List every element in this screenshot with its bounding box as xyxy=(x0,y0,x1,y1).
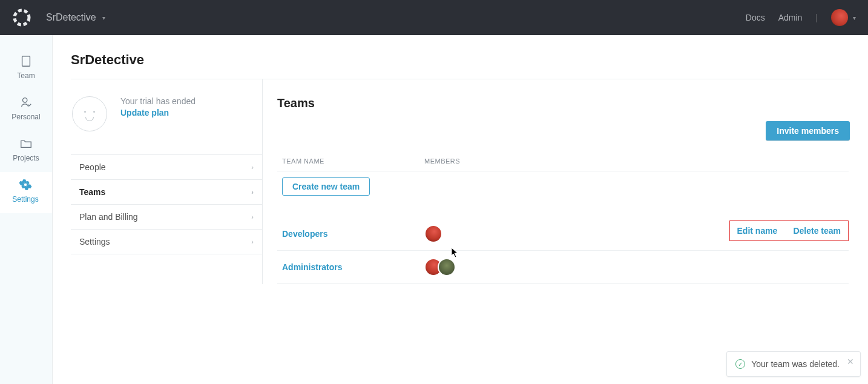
members-cell xyxy=(424,258,451,276)
update-plan-link[interactable]: Update plan xyxy=(120,108,196,118)
page-title: SrDetective xyxy=(71,52,850,68)
close-icon[interactable]: ✕ xyxy=(847,357,854,366)
sidebar-item-settings[interactable]: Settings xyxy=(0,172,52,213)
sidebar: Team Personal Projects Settings xyxy=(0,35,53,384)
right-panel: Teams Invite members TEAM NAME MEMBERS C… xyxy=(263,79,850,284)
check-circle-icon: ✓ xyxy=(735,359,745,369)
avatar xyxy=(438,258,456,276)
topbar: SrDetective ▾ Docs Admin | ▾ xyxy=(0,0,868,35)
docs-link[interactable]: Docs xyxy=(746,13,765,22)
logo-icon xyxy=(12,8,31,27)
sidebar-label: Projects xyxy=(13,154,39,162)
subnav-item-plan[interactable]: Plan and Billing › xyxy=(71,205,262,230)
sad-face-icon xyxy=(72,96,107,131)
delete-team-link[interactable]: Delete team xyxy=(793,226,841,236)
sidebar-item-projects[interactable]: Projects xyxy=(0,131,52,172)
sidebar-label: Settings xyxy=(12,195,38,204)
edit-name-link[interactable]: Edit name xyxy=(737,226,778,236)
subnav-label: People xyxy=(79,162,106,172)
subnav-item-teams[interactable]: Teams › xyxy=(71,180,262,205)
svg-point-7 xyxy=(24,183,27,187)
org-switcher[interactable]: SrDetective ▾ xyxy=(46,12,105,23)
chevron-down-icon: ▾ xyxy=(102,15,105,21)
svg-rect-1 xyxy=(22,56,30,67)
chevron-right-icon: › xyxy=(251,213,254,220)
team-row: Developers Edit name Delete team xyxy=(277,217,849,251)
teams-title: Teams xyxy=(277,96,850,110)
column-header-name: TEAM NAME xyxy=(282,157,424,165)
toast-message: Your team was deleted. xyxy=(751,359,840,369)
user-menu[interactable]: ▾ xyxy=(831,9,856,26)
content-area: SrDetective Your trial has ended Update … xyxy=(53,35,868,384)
chevron-right-icon: › xyxy=(251,188,254,196)
team-link-administrators[interactable]: Administrators xyxy=(282,262,424,272)
subnav-item-people[interactable]: People › xyxy=(71,155,262,180)
avatar xyxy=(424,225,442,243)
sidebar-label: Team xyxy=(17,71,35,80)
members-cell xyxy=(424,225,438,243)
sidebar-label: Personal xyxy=(12,113,40,121)
trial-banner: Your trial has ended Update plan xyxy=(71,96,262,154)
create-team-button[interactable]: Create new team xyxy=(282,177,370,196)
settings-subnav: People › Teams › Plan and Billing › Sett… xyxy=(71,154,262,254)
sidebar-item-team[interactable]: Team xyxy=(0,48,52,90)
divider: | xyxy=(815,13,818,22)
row-actions: Edit name Delete team xyxy=(729,220,849,241)
subnav-item-settings[interactable]: Settings › xyxy=(71,230,262,254)
sidebar-item-personal[interactable]: Personal xyxy=(0,90,52,131)
toast-notification: ✓ Your team was deleted. ✕ xyxy=(726,351,861,377)
org-name: SrDetective xyxy=(46,12,96,23)
table-header: TEAM NAME MEMBERS xyxy=(277,157,849,171)
subnav-label: Teams xyxy=(79,187,105,197)
trial-message: Your trial has ended xyxy=(120,96,196,106)
team-link-developers[interactable]: Developers xyxy=(282,229,424,239)
chevron-right-icon: › xyxy=(251,164,254,171)
chevron-right-icon: › xyxy=(251,238,254,245)
subnav-label: Plan and Billing xyxy=(79,212,138,222)
teams-table: TEAM NAME MEMBERS Create new team Develo… xyxy=(277,157,849,284)
left-panel: Your trial has ended Update plan People … xyxy=(71,79,263,284)
avatar xyxy=(831,9,848,26)
svg-point-6 xyxy=(23,98,27,102)
team-row: Administrators xyxy=(277,251,849,284)
admin-link[interactable]: Admin xyxy=(778,13,803,22)
column-header-members: MEMBERS xyxy=(424,157,844,165)
svg-point-0 xyxy=(15,10,29,25)
invite-members-button[interactable]: Invite members xyxy=(766,121,850,141)
chevron-down-icon: ▾ xyxy=(853,15,856,21)
subnav-label: Settings xyxy=(79,237,110,247)
